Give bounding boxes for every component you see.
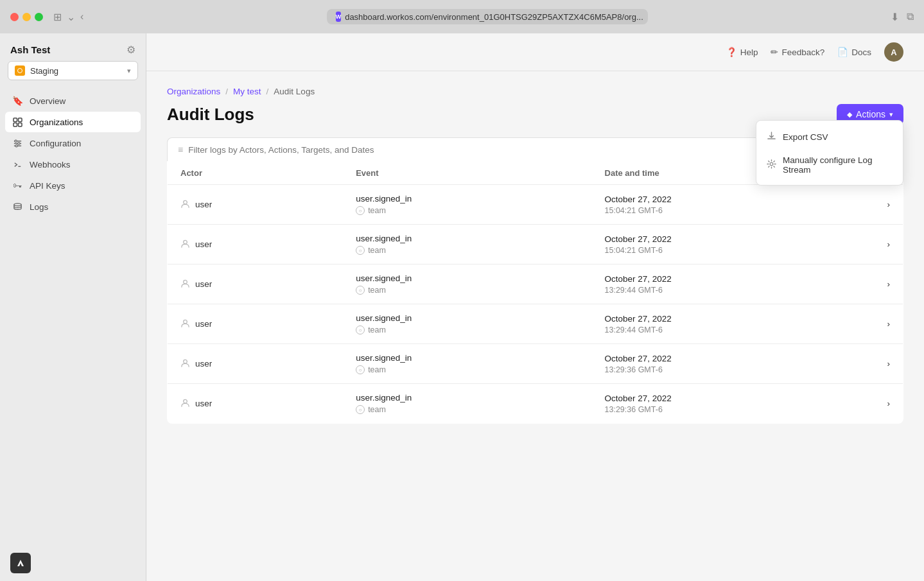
target-name: team (368, 246, 386, 255)
date-cell: October 27, 2022 13:29:36 GMT-6 (592, 344, 875, 384)
svg-point-16 (184, 280, 187, 284)
event-cell: user.signed_in ○ team (343, 225, 591, 264)
logs-icon (12, 201, 23, 212)
event-name: user.signed_in (356, 194, 579, 204)
chevron-down-icon[interactable]: ⌄ (67, 11, 75, 23)
minimize-button[interactable] (22, 13, 31, 21)
titlebar: ⊞ ⌄ ‹ W dashboard.workos.com/environment… (0, 0, 924, 33)
topbar: ❓ Help ✏ Feedback? 📄 Docs A (146, 33, 924, 71)
target-icon: ○ (356, 206, 365, 215)
sidebar-item-logs[interactable]: Logs (5, 196, 141, 217)
date-main: October 27, 2022 (605, 354, 862, 363)
sidebar-item-organizations[interactable]: Organizations (5, 112, 141, 132)
breadcrumb-my-test[interactable]: My test (233, 87, 261, 96)
event-name: user.signed_in (356, 273, 579, 283)
svg-point-8 (17, 142, 19, 144)
user-avatar[interactable]: A (884, 42, 903, 62)
help-link[interactable]: ❓ Help (726, 47, 758, 57)
actor-name: user (195, 200, 212, 209)
export-csv-label: Export CSV (783, 132, 828, 142)
actor-name: user (195, 399, 212, 408)
row-chevron: › (875, 384, 903, 424)
breadcrumb-current: Audit Logs (274, 87, 315, 96)
sidebar-item-label: Webhooks (30, 160, 71, 169)
sidebar-item-webhooks[interactable]: Webhooks (5, 154, 141, 175)
sidebar-item-label: Overview (30, 96, 65, 106)
help-icon: ❓ (726, 47, 737, 57)
event-target: ○ team (356, 286, 579, 295)
terminal-icon (12, 159, 23, 170)
table-row[interactable]: user user.signed_in ○ team October 27, 2… (168, 344, 903, 384)
key-icon: 🗝 (12, 180, 23, 191)
sidebar-item-configuration[interactable]: Configuration (5, 133, 141, 153)
sidebar-nav: 🔖 Overview Organizations (0, 88, 146, 220)
date-time: 13:29:44 GMT-6 (605, 325, 862, 334)
environment-selector[interactable]: Staging ▾ (8, 61, 138, 80)
gear-icon[interactable]: ⚙ (126, 44, 135, 56)
table-row[interactable]: user user.signed_in ○ team October 27, 2… (168, 225, 903, 264)
event-target: ○ team (356, 365, 579, 374)
configure-log-stream-item[interactable]: Manually configure Log Stream (756, 149, 903, 181)
sidebar-item-api-keys[interactable]: 🗝 API Keys (5, 175, 141, 196)
date-main: October 27, 2022 (605, 234, 862, 244)
event-target: ○ team (356, 325, 579, 334)
event-name: user.signed_in (356, 353, 579, 363)
help-label: Help (740, 48, 758, 57)
row-chevron: › (875, 304, 903, 344)
actor-name: user (195, 319, 212, 329)
target-icon: ○ (356, 325, 365, 334)
date-cell: October 27, 2022 13:29:36 GMT-6 (592, 384, 875, 424)
workos-icon: W (336, 12, 342, 22)
date-time: 13:29:36 GMT-6 (605, 405, 862, 414)
target-icon: ○ (356, 246, 365, 255)
svg-point-9 (15, 144, 17, 146)
date-time: 15:04:21 GMT-6 (605, 206, 862, 215)
download-icon[interactable]: ⬇ (891, 11, 899, 23)
sidebar-toggle-icon[interactable]: ⊞ (53, 11, 62, 23)
actor-cell: user (168, 225, 344, 264)
row-chevron: › (875, 344, 903, 384)
main-layout: Ash Test ⚙ Staging ▾ 🔖 Overview (0, 33, 924, 581)
date-time: 15:04:21 GMT-6 (605, 246, 862, 255)
date-time: 13:29:44 GMT-6 (605, 286, 862, 295)
sidebar-item-overview[interactable]: 🔖 Overview (5, 91, 141, 111)
content-area: ❓ Help ✏ Feedback? 📄 Docs A Or (146, 33, 924, 581)
maximize-button[interactable] (35, 13, 43, 21)
target-name: team (368, 365, 386, 374)
grid-icon (12, 116, 23, 128)
duplicate-icon[interactable]: ⧉ (907, 11, 914, 22)
event-name: user.signed_in (356, 393, 579, 403)
user-icon (180, 279, 190, 290)
svg-marker-12 (17, 560, 24, 566)
url-bar[interactable]: W dashboard.workos.com/environment_01G0H… (327, 9, 648, 24)
breadcrumb-organizations[interactable]: Organizations (167, 87, 220, 96)
user-icon (180, 318, 190, 330)
docs-link[interactable]: 📄 Docs (837, 47, 871, 57)
feedback-label: Feedback? (781, 48, 824, 57)
actor-cell: user (168, 344, 344, 384)
close-button[interactable] (10, 13, 19, 21)
feedback-link[interactable]: ✏ Feedback? (771, 47, 824, 57)
table-row[interactable]: user user.signed_in ○ team October 27, 2… (168, 185, 903, 225)
export-csv-item[interactable]: Export CSV (756, 125, 903, 149)
table-row[interactable]: user user.signed_in ○ team October 27, 2… (168, 384, 903, 424)
chevron-down-icon: ▾ (889, 110, 893, 119)
actor-name: user (195, 239, 212, 249)
event-cell: user.signed_in ○ team (343, 384, 591, 424)
back-icon[interactable]: ‹ (80, 11, 83, 23)
sliders-icon (12, 137, 23, 149)
svg-point-15 (184, 240, 187, 244)
target-icon: ○ (356, 286, 365, 295)
event-target: ○ team (356, 206, 579, 215)
event-target: ○ team (356, 246, 579, 255)
date-cell: October 27, 2022 15:04:21 GMT-6 (592, 185, 875, 225)
table-row[interactable]: user user.signed_in ○ team October 27, 2… (168, 264, 903, 304)
table-row[interactable]: user user.signed_in ○ team October 27, 2… (168, 304, 903, 344)
page-content: Organizations / My test / Audit Logs Aud… (146, 71, 924, 439)
row-chevron: › (875, 225, 903, 264)
target-name: team (368, 405, 386, 414)
url-text: dashboard.workos.com/environment_01G0HTS… (345, 12, 643, 22)
event-cell: user.signed_in ○ team (343, 344, 591, 384)
breadcrumb-sep: / (266, 87, 269, 96)
svg-rect-1 (18, 118, 22, 122)
